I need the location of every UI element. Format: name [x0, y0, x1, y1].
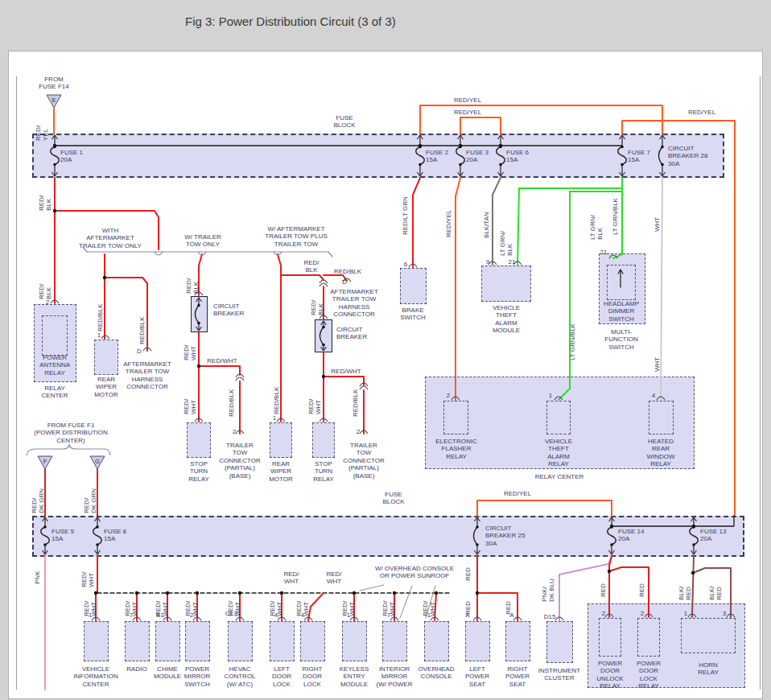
stop-turn-relay-1 [187, 422, 211, 458]
diagram-label: RED/ BLK [38, 196, 53, 211]
diagram-label: WITH AFTERMARKET TRAILER TOW ONLY [79, 227, 142, 249]
diagram-label: VEHICLE INFORMATION CENTER [73, 665, 118, 688]
diagram-label: HEADLAMP DIMMER SWITCH [604, 300, 639, 323]
pin-arc [193, 617, 201, 620]
junction-dot [322, 375, 325, 378]
power-door-lock-relay [637, 618, 660, 657]
diagram-label: W/ TRAILER TOW ONLY [184, 233, 221, 249]
pin-arc [350, 617, 358, 620]
brake-switch [400, 268, 427, 304]
diagram-label: FROM FUSE F14 [39, 76, 68, 91]
diagram-label: RADIO [126, 665, 146, 673]
diagram-label: RED/ WHT [183, 345, 198, 360]
diagram-label: FUSE 14 20A [618, 528, 644, 543]
diagram-label: POWER DOOR LOCK RELAY [637, 660, 661, 690]
diagram-label: RED [600, 583, 607, 597]
diagram-label: WHT [653, 357, 661, 372]
diagram-label: RED/ WHT [83, 601, 98, 616]
diagram-label: RELAY CENTER [42, 385, 68, 400]
diagram-label: RED [464, 567, 472, 581]
diagram-label: RED/ WHT [422, 601, 437, 616]
circuit-breaker-box-1 [191, 296, 208, 332]
diagram-label: RED/WHT [331, 368, 361, 375]
diagram-label: RED/ WHT [326, 570, 341, 586]
diagram-label: CIRCUIT BREAKER 25 30A [485, 525, 525, 547]
wire-redblk-plus-right [281, 275, 324, 280]
diagram-label: CIRCUIT BREAKER [213, 303, 244, 318]
diagram-label: RED/YEL [688, 109, 715, 116]
diagram-label: RED/ WHT [381, 601, 397, 616]
screenshot-root: Fig 3: Power Distribution Circuit (3 of … [0, 0, 771, 700]
diagram-label: RED/BLK [138, 317, 146, 344]
diagram-label: RED/YEL [454, 109, 481, 116]
pin-arc [360, 386, 368, 389]
diagram-label: 3 [723, 610, 726, 617]
pin-arc [513, 617, 522, 620]
electronic-flasher-relay [443, 401, 468, 434]
diagram-label: 1 [684, 610, 687, 617]
diagram-label: FUSE 5 15A [52, 528, 74, 543]
pin-arc [320, 283, 328, 286]
diagram-label: RED/ WHT [124, 601, 139, 616]
diagram-label: RED/BLK [97, 304, 104, 331]
diagram-label: RED/ BLK [185, 278, 200, 294]
diagram-label: D [137, 348, 142, 355]
brace-from-fuse-f1 [27, 444, 110, 455]
circuit-breaker-box-2 [315, 319, 332, 352]
hevac-control [228, 621, 253, 661]
diagram-label: FROM FUSE F1 (POWER DISTRIBUTION CENTER) [34, 422, 108, 444]
pin-arc [51, 300, 59, 303]
diagram-label: VEHICLE THEFT ALARM MODULE [493, 304, 520, 335]
diagram-label: STOP TURN RELAY [188, 460, 209, 483]
interior-mirror [382, 621, 407, 661]
diagram-label: 6 [404, 261, 407, 268]
diagram-label: RED/ BLK [303, 259, 319, 274]
diagram-label: CIRCUIT BREAKER [336, 326, 367, 341]
diagram-label: LT GRN/ BLK [589, 215, 604, 240]
pin-arc [278, 617, 286, 620]
right-door-lock [300, 621, 325, 661]
diagram-label: ELECTRONIC FLASHER RELAY [435, 438, 477, 460]
connector-g [90, 456, 105, 469]
junction-dot [353, 591, 356, 595]
diagram-label: RED/YEL [445, 210, 452, 237]
junction-dot [393, 591, 396, 595]
diagram-label: D [342, 278, 347, 286]
pin-arc [163, 617, 171, 620]
diagram-label: RED [505, 601, 512, 615]
diagram-label: RED/BLK [352, 389, 359, 417]
diagram-label: 2 [602, 610, 605, 617]
connector-f [38, 456, 52, 469]
diagram-label: BLK/ RED [678, 587, 693, 600]
diagram-label: 1 [97, 331, 101, 339]
radio [125, 621, 150, 661]
options-branch-arc [198, 252, 206, 255]
pin-arc [473, 617, 481, 620]
pin-arc [320, 315, 328, 319]
pin-arc [133, 617, 141, 620]
pin-arc [320, 280, 328, 283]
diagram-label: RED/ WHT [307, 399, 323, 414]
diagram-label: TRAILER TOW CONNECTOR (PARTIAL) (BASE) [219, 442, 260, 480]
diagram-label: FUSE 3 20A [466, 149, 489, 164]
diagram-label: RED/ BLK [38, 284, 53, 299]
diagram-label: 1 [549, 392, 552, 399]
fuse-block-1 [32, 134, 724, 178]
connector-g-letter: G [95, 458, 100, 465]
diagram-label: RED/ WHT [341, 601, 357, 616]
diagram-label: RED/WHT [207, 357, 237, 364]
pin-arc [236, 374, 244, 377]
diagram-label: FUSE 8 15A [104, 528, 126, 543]
connector-e [47, 95, 61, 108]
diagram-label: RED/BLK [228, 389, 235, 417]
diagram-label: FUSE 7 15A [628, 149, 650, 164]
diagram-label: 2 [233, 428, 236, 435]
junction-dot [435, 591, 438, 595]
junction-dot [238, 591, 241, 595]
options-tick-right [328, 252, 332, 257]
diagram-label: HEATED REAR WINDOW RELAY [646, 438, 674, 468]
diagram-label: VEHICLE THEFT ALARM RELAY [545, 438, 572, 468]
diagram-label: INTERIOR MIRROR (W/ POWER [377, 665, 413, 688]
diagram-label: RED/BLK [273, 387, 280, 414]
diagram-label: 4 [652, 392, 655, 399]
